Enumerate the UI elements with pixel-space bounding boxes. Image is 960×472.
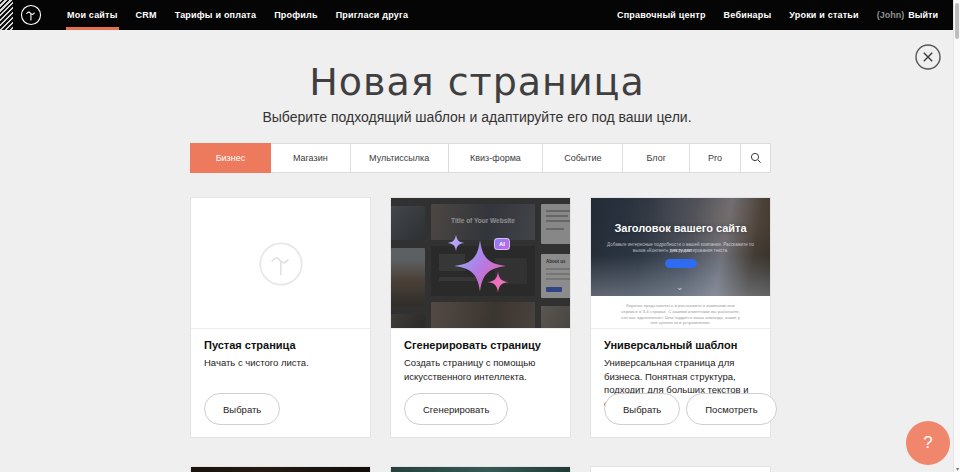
nav-invite-friend[interactable]: Пригласи друга — [327, 0, 417, 30]
logout-link[interactable]: Выйти — [908, 10, 938, 20]
page-title: Новая страница — [0, 60, 954, 104]
nav-plans-payment[interactable]: Тарифы и оплата — [166, 0, 265, 30]
choose-universal-button[interactable]: Выбрать — [604, 393, 680, 425]
chevron-down-icon: ⌄ — [676, 283, 684, 291]
topbar-nav-left: Мои сайты CRM Тарифы и оплата Профиль Пр… — [58, 0, 417, 30]
template-category-tabs: Бизнес Магазин Мультиссылка Квиз-форма С… — [190, 143, 771, 173]
account-username: (John) — [877, 10, 905, 20]
decorative-edge-pattern — [0, 0, 13, 30]
view-universal-button[interactable]: Посмотреть — [686, 393, 776, 425]
tab-multilink[interactable]: Мультиссылка — [351, 144, 449, 172]
nav-profile[interactable]: Профиль — [265, 0, 327, 30]
close-button[interactable] — [915, 44, 941, 70]
ai-badge: AI — [494, 238, 510, 250]
template-body-text: Коротко представьтесь и расскажите о ком… — [619, 303, 742, 326]
tab-search[interactable] — [741, 144, 770, 172]
nav-help-center[interactable]: Справочный центр — [608, 0, 715, 30]
vertical-scrollbar[interactable]: ▾ — [953, 0, 960, 472]
template-card-universal: Заголовок вашего сайта Добавьте интересн… — [590, 197, 771, 438]
blank-page-preview[interactable] — [191, 198, 370, 329]
nav-my-sites[interactable]: Мои сайты — [58, 0, 127, 30]
help-button[interactable]: ? — [906, 421, 950, 465]
page-subtitle: Выберите подходящий шаблон и адаптируйте… — [0, 109, 954, 125]
next-row-card-3[interactable] — [590, 466, 771, 472]
template-card-generate-ai: Title of Your Website About us — [390, 197, 571, 438]
template-hero-title: Заголовок вашего сайта — [591, 222, 770, 234]
account-logout[interactable]: (John) Выйти — [868, 0, 940, 30]
tab-pro[interactable]: Pro — [690, 144, 741, 172]
scrollbar-thumb[interactable] — [955, 3, 959, 39]
close-icon — [915, 44, 941, 70]
nav-webinars[interactable]: Вебинары — [715, 0, 781, 30]
nav-crm[interactable]: CRM — [127, 0, 166, 30]
template-hero: Заголовок вашего сайта Добавьте интересн… — [591, 198, 770, 296]
topbar: Мои сайты CRM Тарифы и оплата Профиль Пр… — [0, 0, 960, 30]
tilda-logo[interactable] — [19, 3, 43, 27]
card-desc-blank: Начать с чистого листа. — [204, 356, 358, 370]
tab-event[interactable]: Событие — [543, 144, 623, 172]
universal-template-preview[interactable]: Заголовок вашего сайта Добавьте интересн… — [591, 198, 770, 329]
search-icon — [750, 152, 762, 164]
choose-blank-button[interactable]: Выбрать — [204, 393, 280, 425]
ai-preview[interactable]: Title of Your Website About us — [391, 198, 570, 329]
generate-button[interactable]: Сгенерировать — [404, 393, 508, 425]
next-row-card-1[interactable] — [190, 466, 371, 472]
card-title-blank: Пустая страница — [204, 339, 296, 351]
topbar-nav-right: Справочный центр Вебинары Уроки и статьи… — [608, 0, 940, 30]
tab-blog[interactable]: Блог — [623, 144, 690, 172]
nav-lessons-articles[interactable]: Уроки и статьи — [780, 0, 868, 30]
tab-store[interactable]: Магазин — [271, 144, 351, 172]
card-title-universal: Универсальный шаблон — [604, 339, 737, 351]
template-card-blank-page: Пустая страница Начать с чистого листа. … — [190, 197, 371, 438]
next-row-card-2[interactable] — [390, 466, 571, 472]
template-cta-button — [665, 259, 697, 268]
template-body-section: Коротко представьтесь и расскажите о ком… — [591, 296, 770, 329]
scrollbar-down-arrow[interactable]: ▾ — [954, 465, 960, 472]
card-title-generate: Сгенерировать страницу — [404, 339, 541, 351]
card-desc-generate: Создать страницу с помощью искусственног… — [404, 356, 558, 383]
ai-sparkle-stars-icon — [391, 198, 570, 329]
tab-quiz-form[interactable]: Квиз-форма — [449, 144, 544, 172]
tilda-watermark-icon — [258, 241, 304, 287]
template-hero-subtitle-2: вызов «Контент» для редактирования текст… — [601, 248, 760, 254]
tab-business[interactable]: Бизнес — [190, 143, 271, 173]
tilda-logo-icon — [20, 4, 42, 26]
